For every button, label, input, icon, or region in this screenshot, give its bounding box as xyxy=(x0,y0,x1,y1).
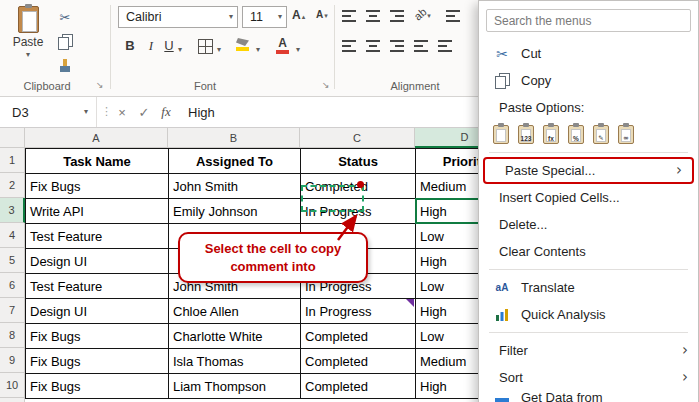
chevron-down-icon[interactable]: ▾ xyxy=(178,46,182,54)
table-cell[interactable]: Write API xyxy=(26,199,169,224)
row-header-7[interactable]: 7 xyxy=(0,298,25,323)
menu-search-input[interactable] xyxy=(486,9,691,32)
table-cell[interactable]: Design UI xyxy=(26,299,169,324)
increase-indent-button[interactable] xyxy=(438,40,452,52)
table-cell[interactable]: Fix Bugs xyxy=(26,349,169,374)
format-painter-button[interactable] xyxy=(54,55,76,75)
table-cell[interactable]: Fix Bugs xyxy=(26,174,169,199)
chevron-down-icon[interactable]: ▾ xyxy=(217,46,221,54)
bold-button[interactable]: B xyxy=(122,38,138,53)
cut-button[interactable]: ✂ xyxy=(54,7,76,27)
underline-button[interactable]: U xyxy=(162,38,176,53)
wrap-text-button[interactable] xyxy=(446,10,460,22)
formula-bar-value[interactable]: High xyxy=(188,97,215,127)
row-header-5[interactable]: 5 xyxy=(0,248,25,273)
table-cell[interactable]: Isla Thomas xyxy=(169,349,301,374)
select-all-corner[interactable] xyxy=(0,128,25,148)
align-top-icon xyxy=(342,10,356,22)
borders-button[interactable] xyxy=(198,39,213,54)
paste-button[interactable]: Paste ▾ xyxy=(6,3,50,83)
chevron-down-icon: ▾ xyxy=(229,13,233,21)
menu-item-delete[interactable]: Delete... xyxy=(479,211,698,238)
table-cell[interactable]: John Smith xyxy=(169,174,301,199)
table-cell[interactable]: In Progress xyxy=(301,299,416,324)
paste-values-icon: 123 xyxy=(518,125,534,144)
align-right-button[interactable] xyxy=(390,40,404,52)
menu-item-cut[interactable]: ✂ Cut xyxy=(479,40,698,67)
menu-item-copy[interactable]: Copy xyxy=(479,67,698,94)
cancel-button[interactable]: × xyxy=(112,101,132,123)
orientation-button[interactable]: ab▾ xyxy=(414,8,431,20)
column-header-b[interactable]: B xyxy=(168,128,300,148)
table-cell[interactable]: Fix Bugs xyxy=(26,374,169,399)
table-cell[interactable]: Liam Thompson xyxy=(169,374,301,399)
row-header-2[interactable]: 2 xyxy=(0,173,25,198)
table-header-cell[interactable]: Status xyxy=(301,149,416,174)
copy-button[interactable] xyxy=(54,31,76,51)
menu-item-sort[interactable]: Sort › xyxy=(479,364,698,391)
insert-function-button[interactable]: fx xyxy=(156,101,176,123)
vertical-align-middle-button[interactable] xyxy=(366,10,380,22)
column-header-a[interactable]: A xyxy=(25,128,168,148)
decrease-font-size-button[interactable]: A▾ xyxy=(316,10,328,20)
row-header-8[interactable]: 8 xyxy=(0,323,25,348)
increase-font-size-button[interactable]: A▴ xyxy=(292,9,305,21)
name-box[interactable]: D3 ▾ xyxy=(0,97,97,127)
vertical-align-bottom-button[interactable] xyxy=(390,10,404,22)
table-cell[interactable]: Completed xyxy=(301,349,416,374)
menu-item-insert-copied-cells[interactable]: Insert Copied Cells... xyxy=(479,184,698,211)
font-dialog-launcher-icon[interactable]: ↘ xyxy=(322,80,330,90)
chevron-down-icon: ▾ xyxy=(26,51,30,59)
italic-button[interactable]: I xyxy=(144,38,158,54)
annotation-arrow xyxy=(330,204,374,244)
paste-values-button[interactable]: 123 xyxy=(518,125,534,144)
row-header-1[interactable]: 1 xyxy=(0,148,25,173)
table-cell[interactable]: Test Feature xyxy=(26,274,169,299)
menu-item-get-data[interactable]: Get Data from Table/Range... xyxy=(479,391,698,402)
table-header-cell[interactable]: Assigned To xyxy=(169,149,301,174)
row-header-10[interactable]: 10 xyxy=(0,373,25,398)
fill-color-button[interactable] xyxy=(236,38,249,51)
vertical-align-top-button[interactable] xyxy=(342,10,356,22)
paste-link-button[interactable]: ∞ xyxy=(618,125,634,144)
font-size-select[interactable]: 11 ▾ xyxy=(242,6,287,28)
paste-formatting-button[interactable]: ✎ xyxy=(593,125,609,144)
table-cell[interactable]: Completed xyxy=(301,374,416,399)
paste-formulas-button[interactable]: fx xyxy=(543,125,559,144)
table-cell[interactable]: Completed xyxy=(301,324,416,349)
table-cell[interactable]: Test Feature xyxy=(26,224,169,249)
paste-transpose-button[interactable]: % xyxy=(568,125,584,144)
align-center-button[interactable] xyxy=(366,40,380,52)
menu-item-clear-contents[interactable]: Clear Contents xyxy=(479,238,698,265)
annotation-callout-text: Select the cell to copy comment into xyxy=(190,240,356,275)
menu-item-paste-special[interactable]: Paste Special... › xyxy=(483,157,694,184)
paste-keep-source-button[interactable] xyxy=(493,125,509,144)
paste-transpose-icon: % xyxy=(568,125,584,144)
clipboard-dialog-launcher-icon[interactable]: ↘ xyxy=(96,80,104,90)
align-left-button[interactable] xyxy=(342,40,356,52)
font-name-select[interactable]: Calibri ▾ xyxy=(118,6,238,28)
context-menu: ✂ Cut Copy Paste Options: 123 fx % ✎ ∞ P… xyxy=(478,0,699,402)
chevron-down-icon[interactable]: ▾ xyxy=(256,46,260,54)
table-cell[interactable]: Emily Johnson xyxy=(169,199,301,224)
menu-item-quick-analysis[interactable]: Quick Analysis xyxy=(479,301,698,328)
table-cell[interactable]: Design UI xyxy=(26,249,169,274)
table-cell[interactable]: Charlotte White xyxy=(169,324,301,349)
table-cell[interactable]: Fix Bugs xyxy=(26,324,169,349)
align-bottom-icon xyxy=(390,10,404,22)
row-header-6[interactable]: 6 xyxy=(0,273,25,298)
menu-item-translate[interactable]: aA Translate xyxy=(479,274,698,301)
row-header-9[interactable]: 9 xyxy=(0,348,25,373)
chevron-down-icon[interactable]: ▾ xyxy=(296,46,300,54)
decrease-indent-button[interactable] xyxy=(414,40,428,52)
comment-indicator-dot xyxy=(357,181,364,188)
row-header-4[interactable]: 4 xyxy=(0,223,25,248)
font-color-button[interactable]: A xyxy=(276,37,289,54)
menu-item-filter[interactable]: Filter › xyxy=(479,337,698,364)
column-header-c[interactable]: C xyxy=(300,128,415,148)
enter-button[interactable]: ✓ xyxy=(134,101,154,123)
table-cell[interactable]: Chloe Allen xyxy=(169,299,301,324)
row-header-3[interactable]: 3 xyxy=(0,198,25,223)
table-header-cell[interactable]: Task Name xyxy=(26,149,169,174)
font-name-value: Calibri xyxy=(126,10,161,24)
